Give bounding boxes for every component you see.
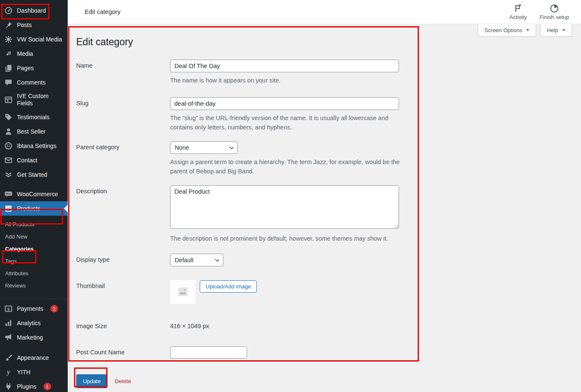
sidebar-item-comments[interactable]: Comments (0, 75, 68, 90)
sidebar-item-appearance[interactable]: Appearance (0, 351, 68, 365)
products-box-icon (4, 204, 13, 213)
image-size-label: Image Size (76, 320, 170, 329)
grid-icon (4, 96, 13, 104)
image-size-value: 416 × 1049 px (170, 320, 209, 329)
edit-category-content: Edit category Name The name is how it ap… (68, 24, 581, 392)
envelope-icon (4, 156, 13, 164)
submenu-item-tags[interactable]: Tags (0, 255, 68, 267)
pages-icon (4, 64, 13, 72)
bar-chart-icon (4, 319, 13, 327)
thumbnail-label: Thumbnail (76, 280, 170, 304)
media-icon (4, 49, 13, 58)
submenu-item-all-products[interactable]: All Products (0, 218, 68, 230)
slug-help-text: The “slug” is the URL-friendly version o… (170, 114, 401, 132)
sidebar-item-get-started[interactable]: Get Started (0, 167, 68, 182)
slug-input[interactable] (170, 97, 399, 110)
woo-icon: Woo (4, 190, 13, 198)
sidebar-item-marketing[interactable]: Marketing (0, 330, 68, 345)
sidebar-item-vw-social-media[interactable]: VW Social Media (0, 32, 68, 47)
submenu-item-categories[interactable]: Categories (0, 243, 68, 255)
slug-label: Slug (76, 97, 170, 132)
finish-setup-button[interactable]: Finish setup (540, 4, 569, 20)
sidebar-item-contact[interactable]: Contact (0, 153, 68, 167)
screen-meta-tabs: Screen Options Help (478, 24, 572, 37)
double-chevron-icon (4, 170, 13, 179)
current-menu-arrow (64, 205, 68, 212)
submenu-item-reviews[interactable]: Reviews (0, 280, 68, 292)
image-placeholder-icon (177, 286, 189, 298)
submenu-item-attributes[interactable]: Attributes (0, 267, 68, 280)
submenu-item-add-new[interactable]: Add New (0, 230, 68, 243)
sidebar-item-products[interactable]: Products (0, 201, 68, 216)
sidebar-item-media[interactable]: Media (0, 47, 68, 61)
sidebar-item-ibtana-settings[interactable]: Ibtana Settings (0, 139, 68, 153)
wordpress-admin-page: Dashboard Posts VW Social Media Media Pa… (0, 0, 581, 392)
breadcrumb-page-title: Edit category (85, 8, 121, 15)
sidebar-item-pages[interactable]: Pages (0, 61, 68, 75)
dashboard-icon (4, 6, 13, 15)
post-count-name-input[interactable] (170, 346, 247, 359)
yith-icon: y (4, 368, 13, 376)
sidebar-item-posts[interactable]: Posts (0, 18, 68, 32)
sidebar-item-label: Dashboard (17, 7, 46, 14)
sidebar-item-label: Contact (17, 157, 37, 164)
sidebar-item-label: VW Social Media (17, 36, 62, 43)
form-actions: Update Delete (76, 374, 581, 388)
brush-icon (4, 354, 13, 362)
sidebar-item-label: Appearance (17, 354, 49, 362)
name-input[interactable] (170, 60, 399, 72)
top-header-bar: Edit category Activity Finish setup (68, 0, 581, 24)
sidebar-item-testimonials[interactable]: Testimonials (0, 110, 68, 124)
gear-icon (4, 35, 13, 44)
sidebar-item-label: Ibtana Settings (17, 143, 56, 150)
update-button[interactable]: Update (76, 374, 107, 388)
megaphone-icon (4, 333, 13, 342)
display-type-label: Display type (76, 254, 170, 266)
activity-flag-icon (513, 4, 523, 13)
comments-icon (4, 78, 13, 87)
sidebar-gap (0, 345, 68, 351)
sidebar-item-analytics[interactable]: Analytics (0, 316, 68, 330)
post-count-name-row: Post Count Name (76, 346, 581, 359)
sidebar-item-label: Analytics (17, 320, 41, 327)
name-label: Name (76, 60, 170, 85)
description-help-text: The description is not prominent by defa… (170, 234, 399, 244)
user-icon (4, 127, 13, 136)
parent-category-select[interactable]: None (170, 141, 238, 154)
activity-button[interactable]: Activity (509, 4, 527, 20)
sidebar-item-plugins[interactable]: Plugins 1 (0, 379, 68, 392)
sidebar-item-label: YITH (17, 369, 30, 376)
sidebar-item-best-seller[interactable]: Best Seller (0, 124, 68, 139)
slug-row: Slug The “slug” is the URL-friendly vers… (76, 97, 581, 132)
sidebar-item-payments[interactable]: $ Payments 1 (0, 302, 68, 316)
thumbnail-row: Thumbnail Upload/Add image (76, 280, 581, 304)
description-textarea[interactable]: Deal Product (170, 185, 399, 229)
display-type-select[interactable]: Default (170, 254, 223, 266)
sidebar-item-yith[interactable]: y YITH (0, 365, 68, 379)
sidebar-separator (0, 299, 68, 299)
svg-text:y: y (6, 368, 10, 376)
screen-options-tab[interactable]: Screen Options (478, 24, 537, 37)
upload-add-image-button[interactable]: Upload/Add image (200, 280, 257, 293)
sidebar-item-label: Products (17, 205, 40, 212)
description-label: Description (76, 185, 170, 244)
chevron-down-icon (526, 29, 529, 31)
display-type-row: Display type Default (76, 254, 581, 266)
sidebar-item-label: Posts (17, 22, 32, 29)
sidebar-item-ive-custom-fields[interactable]: IVE Custom Fields (0, 90, 68, 110)
sidebar-item-label: Pages (17, 65, 34, 72)
finish-setup-label: Finish setup (540, 14, 569, 20)
sidebar-item-label: Best Seller (17, 128, 46, 135)
sidebar-item-label: Testimonials (17, 114, 50, 121)
delete-link[interactable]: Delete (115, 378, 131, 384)
sidebar-item-label: Payments (17, 305, 43, 313)
sidebar-item-woocommerce[interactable]: Woo WooCommerce (0, 187, 68, 201)
parent-category-help-text: Assign a parent term to create a hierarc… (170, 158, 401, 176)
payments-count-badge: 1 (50, 305, 58, 313)
finish-setup-pie-icon (550, 4, 559, 13)
sidebar-item-dashboard[interactable]: Dashboard (0, 3, 68, 18)
circle-grid-icon (4, 142, 13, 150)
image-size-row: Image Size 416 × 1049 px (76, 320, 581, 329)
svg-text:$: $ (7, 307, 10, 311)
help-tab[interactable]: Help (540, 24, 572, 37)
